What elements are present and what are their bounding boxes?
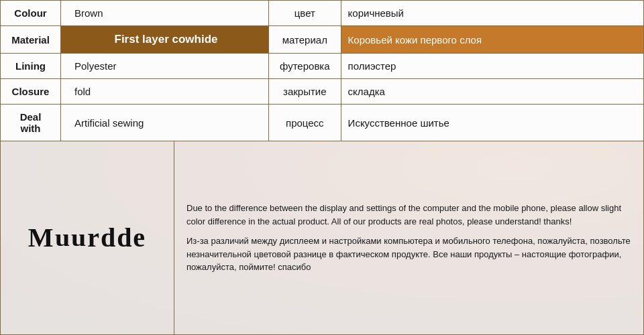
disclaimer-area: Due to the difference between the displa…: [174, 141, 644, 335]
label-ru-3: закрытие: [269, 79, 341, 105]
value-ru-0: коричневый: [341, 1, 643, 26]
logo-area: Muurdde: [0, 141, 174, 335]
value-ru-1: Коровьей кожи первого слоя: [341, 26, 643, 54]
disclaimer-english: Due to the difference between the displa…: [186, 202, 631, 228]
table-row: Material First layer cowhide материал Ко…: [1, 26, 644, 54]
value-en-2: Polyester: [61, 54, 269, 79]
label-ru-2: футеровка: [269, 54, 341, 79]
disclaimer-russian: Из-за различий между дисплеем и настройк…: [186, 234, 631, 274]
label-en-2: Lining: [1, 54, 61, 79]
main-container: Colour Brown цвет коричневый Material Fi…: [0, 0, 644, 335]
label-en-0: Colour: [1, 1, 61, 26]
value-en-3: fold: [61, 79, 269, 105]
label-en-3: Closure: [1, 79, 61, 105]
value-en-4: Artificial sewing: [61, 105, 269, 141]
value-ru-3: складка: [341, 79, 643, 105]
brand-logo: Muurdde: [28, 224, 146, 251]
label-ru-4: процесс: [269, 105, 341, 141]
product-details-table: Colour Brown цвет коричневый Material Fi…: [0, 0, 644, 141]
table-row: Lining Polyester футеровка полиэстер: [1, 54, 644, 79]
table-row: Closure fold закрытие складка: [1, 79, 644, 105]
value-en-1: First layer cowhide: [61, 26, 269, 54]
label-en-4: Deal with: [1, 105, 61, 141]
label-ru-0: цвет: [269, 1, 341, 26]
footer-section: Muurdde Due to the difference between th…: [0, 141, 644, 335]
label-ru-1: материал: [269, 26, 341, 54]
value-ru-4: Искусственное шитье: [341, 105, 643, 141]
product-table-section: Colour Brown цвет коричневый Material Fi…: [0, 0, 644, 141]
value-en-0: Brown: [61, 1, 269, 26]
table-row: Colour Brown цвет коричневый: [1, 1, 644, 26]
value-ru-2: полиэстер: [341, 54, 643, 79]
label-en-1: Material: [1, 26, 61, 54]
table-row: Deal with Artificial sewing процесс Иску…: [1, 105, 644, 141]
